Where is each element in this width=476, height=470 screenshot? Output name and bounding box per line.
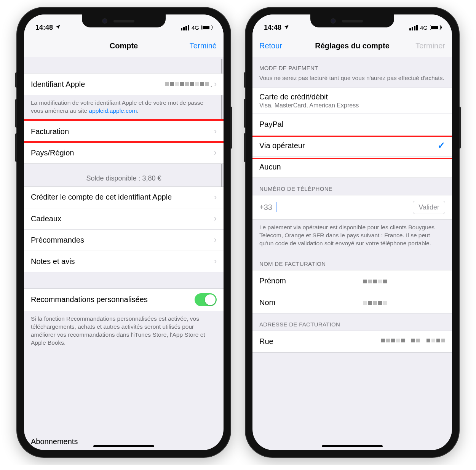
navbar: Retour Réglages du compte Terminer — [252, 35, 452, 57]
chevron-right-icon: › — [214, 79, 217, 89]
phone-left: 14:48 4G Compte Terminé Identifiant Appl… — [17, 8, 230, 457]
content-scroll[interactable]: MODE DE PAIEMENT Vous ne serez pas factu… — [252, 57, 452, 450]
checkmark-icon: ✓ — [438, 140, 445, 151]
telephone-note: Le paiement via opérateur est disponible… — [252, 220, 452, 253]
aucun-row[interactable]: Aucun — [252, 156, 452, 177]
done-button[interactable]: Terminé — [179, 42, 217, 50]
status-time: 14:48 — [35, 24, 53, 32]
volume-down[interactable] — [15, 133, 17, 162]
credit-card-row[interactable]: Carte de crédit/débit Visa, MasterCard, … — [252, 88, 452, 114]
nav-title: Réglages du compte — [297, 42, 407, 50]
apple-id-value-redacted — [165, 82, 209, 86]
rue-row[interactable]: Rue — [252, 331, 452, 352]
nom-value-redacted — [363, 301, 387, 305]
signal-icon — [409, 25, 418, 30]
rue-value-redacted — [381, 339, 445, 347]
chevron-right-icon: › — [214, 148, 217, 158]
nom-facturation-header: NOM DE FACTURATION — [252, 253, 452, 270]
crediter-row[interactable]: Créditer le compte de cet identifiant Ap… — [24, 187, 224, 208]
prenom-row[interactable]: Prénom — [252, 270, 452, 292]
notch — [82, 14, 166, 27]
home-indicator[interactable] — [93, 445, 154, 447]
navbar: Compte Terminé — [24, 35, 224, 57]
side-button[interactable] — [230, 107, 232, 149]
nom-row[interactable]: Nom — [252, 292, 452, 313]
mode-paiement-header: MODE DE PAIEMENT — [252, 57, 452, 74]
recos-note: Si la fonction Recommandations personnal… — [24, 311, 224, 352]
appleid-link[interactable]: appleid.apple.com — [89, 107, 137, 114]
status-time: 14:48 — [264, 24, 281, 32]
network-label: 4G — [420, 24, 428, 31]
signal-icon — [181, 25, 189, 30]
mute-switch[interactable] — [244, 72, 246, 88]
recommendations-row[interactable]: Recommandations personnalisées — [24, 289, 224, 311]
home-indicator[interactable] — [322, 445, 383, 447]
network-label: 4G — [192, 24, 199, 31]
terminer-button[interactable]: Terminer — [407, 42, 445, 50]
apple-id-note: La modification de votre identifiant App… — [24, 95, 224, 120]
volume-down[interactable] — [244, 133, 246, 162]
back-button[interactable]: Retour — [259, 42, 297, 50]
volume-up[interactable] — [15, 99, 17, 128]
chevron-right-icon: › — [214, 126, 217, 136]
telephone-header: NUMÉRO DE TÉLÉPHONE — [252, 178, 452, 195]
phone-right: 14:48 4G Retour Réglages du compte Termi… — [246, 8, 459, 457]
apple-id-label: Identifiant Apple — [31, 80, 85, 89]
battery-icon — [201, 25, 212, 30]
cadeaux-row[interactable]: Cadeaux › — [24, 208, 224, 229]
location-icon — [284, 24, 289, 32]
side-button[interactable] — [459, 107, 461, 149]
toggle-switch[interactable] — [195, 293, 217, 306]
apple-id-row[interactable]: Identifiant Apple . › — [24, 74, 224, 95]
battery-icon — [430, 25, 441, 30]
adresse-facturation-header: ADRESSE DE FACTURATION — [252, 313, 452, 331]
facturation-row[interactable]: Facturation › — [24, 121, 224, 142]
notes-avis-row[interactable]: Notes et avis › — [24, 251, 224, 272]
precommandes-row[interactable]: Précommandes › — [24, 229, 224, 251]
mute-switch[interactable] — [15, 72, 17, 88]
phone-input-row[interactable]: +33 Valider — [252, 195, 452, 219]
chevron-right-icon: › — [214, 256, 217, 266]
valider-button[interactable]: Valider — [413, 201, 445, 214]
notch — [310, 14, 394, 27]
chevron-right-icon: › — [214, 192, 217, 202]
mode-paiement-note: Vous ne serez pas facturé tant que vous … — [252, 74, 452, 88]
chevron-right-icon: › — [214, 214, 217, 224]
phone-prefix: +33 — [259, 202, 276, 212]
location-icon — [55, 24, 61, 32]
nav-title: Compte — [69, 42, 179, 50]
via-operateur-row[interactable]: Via opérateur ✓ — [252, 135, 452, 156]
prenom-value-redacted — [363, 280, 387, 283]
balance-label: Solde disponible : 3,80 € — [24, 164, 224, 186]
pays-region-row[interactable]: Pays/Région › — [24, 142, 224, 163]
chevron-right-icon: › — [214, 235, 217, 245]
paypal-row[interactable]: PayPal — [252, 114, 452, 135]
content-scroll[interactable]: Identifiant Apple . › La modification de… — [24, 57, 224, 450]
volume-up[interactable] — [244, 99, 246, 128]
